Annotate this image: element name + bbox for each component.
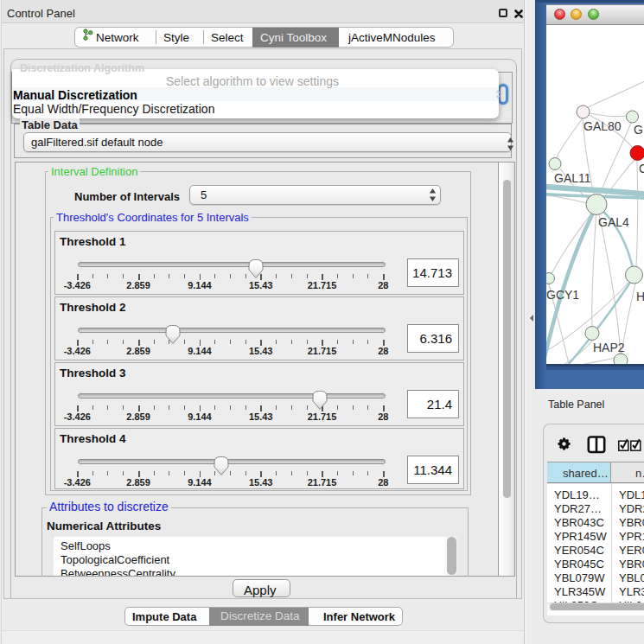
- svg-text:G.: G.: [634, 123, 644, 137]
- svg-text:GAL80: GAL80: [583, 119, 622, 133]
- svg-text:C: C: [639, 162, 644, 175]
- svg-text:HAP2: HAP2: [593, 341, 625, 354]
- svg-text:GAL4: GAL4: [598, 215, 629, 229]
- svg-text:GAL11: GAL11: [554, 171, 591, 185]
- svg-text:H: H: [636, 290, 644, 303]
- svg-text:GCY1: GCY1: [546, 288, 579, 302]
